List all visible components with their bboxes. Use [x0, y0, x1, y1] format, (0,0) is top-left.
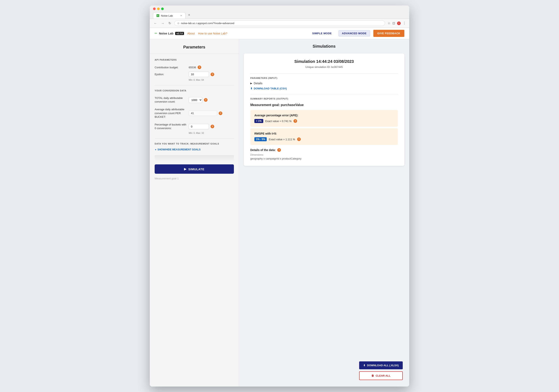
tab-close-icon[interactable]: ×	[180, 14, 182, 17]
rmspe-help-icon[interactable]: ?	[297, 137, 301, 141]
ape-exact: Exact value = 0.741 %	[265, 120, 292, 123]
minimize-button[interactable]	[157, 8, 160, 10]
logo-text: Noise Lab	[159, 32, 174, 35]
play-icon: ▶	[184, 167, 187, 171]
pct-buckets-row: Percentage of buckets with 0 conversions…	[150, 121, 239, 131]
extensions-icon[interactable]: ⊡	[392, 21, 395, 25]
rmspe-result-card: RMSPE with t=5: 1% - 5% Exact value = 1.…	[250, 128, 398, 145]
contribution-budget-row: Contribution budget: 65536 ?	[150, 64, 239, 70]
forward-button[interactable]: →	[160, 21, 165, 26]
address-bar: ← → ↻ ⊙ noise-lab.uc.r.appspot.com/?mode…	[150, 19, 409, 28]
browser-titlebar: ✏ Noise Lab × +	[150, 5, 409, 19]
contribution-budget-value: 65536	[189, 66, 196, 69]
measurement-goals-section	[150, 155, 239, 161]
security-icon: ⊙	[177, 22, 179, 25]
menu-icon[interactable]: ⋮	[403, 21, 406, 25]
avg-daily-row: Average daily attributable conversion co…	[150, 106, 239, 120]
ape-help-icon[interactable]: ?	[293, 119, 297, 123]
sim-card-title: Simulation 14:44:24 03/08/2023	[250, 59, 398, 64]
tab-title: Noise Lab	[161, 14, 173, 17]
contribution-budget-label: Contribution budget:	[155, 66, 187, 69]
nav-icons: ☆ ⊡ U ⋮	[388, 21, 406, 25]
url-bar[interactable]: ⊙ noise-lab.uc.r.appspot.com/?mode=advan…	[174, 20, 385, 26]
tab-favicon: ✏	[157, 14, 159, 17]
summary-label: SUMMARY REPORTS (OUTPUT)	[250, 94, 398, 100]
reload-button[interactable]: ↻	[168, 20, 172, 26]
total-daily-row: TOTAL daily attributable conversion coun…	[150, 95, 239, 105]
clear-all-button[interactable]: 🗑 CLEAR ALL	[359, 371, 403, 380]
download-all-button[interactable]: ⬇ DOWNLOAD ALL (.XLSX)	[359, 361, 403, 369]
left-panel: Parameters API PARAMETERS Contribution b…	[150, 39, 239, 387]
back-button[interactable]: ←	[153, 21, 158, 26]
download-csv-icon: ⬇	[250, 87, 252, 90]
total-daily-help-icon[interactable]: ?	[204, 98, 207, 102]
show-hide-link[interactable]: ▼ SHOW/HIDE MEASUREMENT GOALS	[150, 148, 239, 151]
logo-icon: ✏	[155, 31, 157, 35]
simple-mode-button[interactable]: SIMPLE MODE	[309, 30, 335, 37]
dimensions-label: Dimensions:	[250, 153, 398, 156]
pct-buckets-hint: Min: 0, Max: 10	[150, 131, 239, 134]
measurement-goal-label: Measurement goal: purchaseValue	[250, 103, 398, 107]
avg-daily-label: Average daily attributable conversion co…	[155, 108, 187, 119]
simulations-title: Simulations	[244, 44, 404, 49]
details-label: Details	[254, 82, 262, 85]
details-row: ▶ Details	[250, 82, 398, 85]
new-tab-button[interactable]: +	[186, 12, 192, 18]
clear-all-label: CLEAR ALL	[376, 374, 390, 377]
epsilon-hint: Min: 0, Max: 64	[150, 78, 239, 81]
feedback-button[interactable]: GIVE FEEDBACK	[373, 30, 404, 37]
version-badge: v2.7.0	[175, 32, 184, 35]
about-link[interactable]: About	[187, 32, 195, 35]
trash-icon: 🗑	[371, 374, 374, 377]
download-csv-link[interactable]: ⬇ DOWNLOAD TABLE (CSV)	[250, 87, 398, 90]
app-main: Parameters API PARAMETERS Contribution b…	[150, 39, 409, 387]
simulate-button[interactable]: ▶ SIMULATE	[155, 164, 234, 174]
contribution-help-icon[interactable]: ?	[198, 65, 201, 69]
avg-daily-input	[189, 111, 217, 116]
ape-title: Average percentage error (APE):	[254, 114, 394, 117]
maximize-button[interactable]	[161, 8, 164, 10]
bookmark-icon[interactable]: ☆	[388, 21, 390, 25]
pct-buckets-input[interactable]	[189, 124, 209, 129]
sim-id: Unique simulation ID: bc067445	[250, 65, 398, 68]
api-params-label: API PARAMETERS	[150, 59, 239, 61]
close-button[interactable]	[153, 8, 156, 10]
active-tab[interactable]: ✏ Noise Lab ×	[153, 12, 186, 19]
rmspe-result-row: 1% - 5% Exact value = 1.111 % ?	[254, 137, 394, 141]
profile-icon[interactable]: U	[397, 21, 401, 25]
epsilon-label: Epsilon:	[155, 73, 187, 76]
tabs-bar: ✏ Noise Lab × +	[153, 12, 406, 19]
rmspe-exact: Exact value = 1.111 %	[269, 138, 295, 141]
download-all-label: DOWNLOAD ALL (.XLSX)	[367, 364, 399, 367]
details-of-data: Details of the data: ? Dimensions: geogr…	[250, 148, 398, 160]
blurred-number-field	[155, 155, 234, 161]
details-data-label: Details of the data:	[250, 148, 276, 152]
measurement-goals-label: DATA YOU WANT TO TRACK: MEASUREMENT GOAL…	[150, 142, 239, 145]
params-input-label: PARAMETERS (INPUT)	[250, 73, 398, 79]
advanced-mode-button[interactable]: ADVANCED MODE	[338, 30, 370, 37]
dimensions-value: geography x campaignId x productCategory	[250, 157, 398, 160]
simulate-label: SIMULATE	[188, 168, 205, 171]
measurement-goal-bottom: Measurement goal 1	[150, 174, 239, 180]
download-all-icon: ⬇	[363, 364, 365, 367]
logo-area: ✏ Noise Lab v2.7.0	[155, 31, 184, 35]
ape-result-row: < 1% Exact value = 0.741 % ?	[254, 119, 394, 123]
browser-window: ✏ Noise Lab × + ← → ↻ ⊙ noise-lab.uc.r.a…	[150, 5, 409, 387]
pct-buckets-help-icon[interactable]: ?	[211, 125, 214, 128]
epsilon-input[interactable]	[189, 72, 209, 77]
epsilon-help-icon[interactable]: ?	[211, 73, 214, 76]
download-csv-label: DOWNLOAD TABLE (CSV)	[254, 87, 287, 90]
app-header: ✏ Noise Lab v2.7.0 About How to use Nois…	[150, 28, 409, 39]
epsilon-row: Epsilon: ?	[150, 70, 239, 78]
pct-buckets-label: Percentage of buckets with 0 conversions…	[155, 123, 187, 130]
total-daily-select[interactable]: 1000 500 2000	[189, 97, 202, 103]
details-data-help-icon[interactable]: ?	[277, 148, 281, 152]
how-to-link[interactable]: How to use Noise Lab?	[198, 32, 227, 35]
url-text: noise-lab.uc.r.appspot.com/?mode=advance…	[181, 22, 234, 25]
avg-daily-help-icon[interactable]: ?	[219, 112, 222, 115]
total-daily-label: TOTAL daily attributable conversion coun…	[155, 96, 187, 103]
triangle-down-icon: ▼	[155, 149, 157, 151]
details-data-title: Details of the data: ?	[250, 148, 398, 152]
ape-badge: < 1%	[254, 119, 263, 123]
right-panel: Simulations Simulation 14:44:24 03/08/20…	[239, 39, 409, 387]
